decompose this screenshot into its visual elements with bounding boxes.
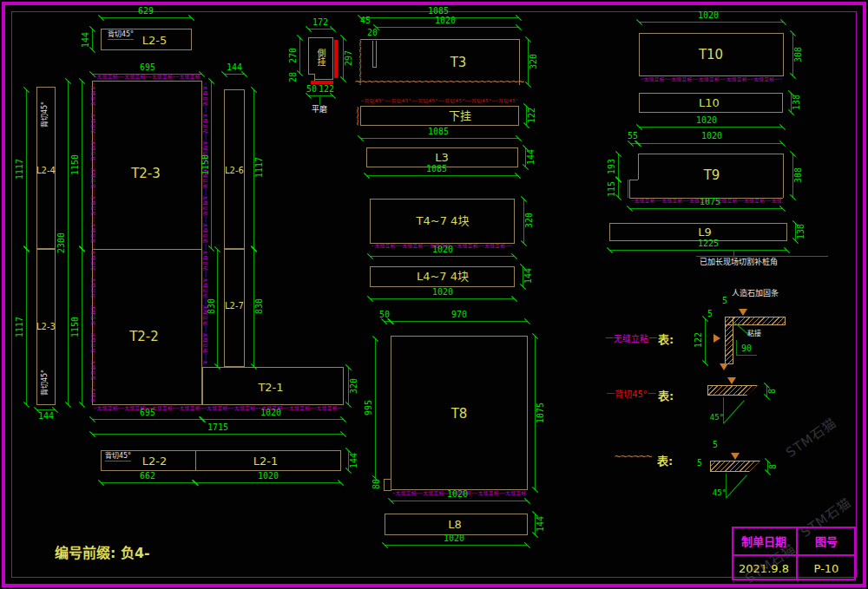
- dim-t2-2-height: 1150: [71, 317, 80, 337]
- dim-line: [224, 74, 245, 75]
- dim-l2-3-length: 1117: [16, 317, 24, 337]
- dim-strip-height: 144: [350, 453, 358, 468]
- angle-line: [736, 340, 737, 355]
- dim-det1-5b: 5: [707, 310, 713, 318]
- dim-cegua-50: 50: [306, 85, 317, 94]
- edge-mark-seamless-left: [628, 180, 628, 198]
- note-extended-cut: 已加长现场切割补桩角: [700, 259, 778, 266]
- dim-l9-138: 138: [797, 224, 806, 239]
- dim-t9-1075: 1075: [700, 198, 720, 206]
- piece-xiagua-outline: [360, 106, 519, 126]
- dim-line: [92, 434, 344, 435]
- piece-t8-flange: [384, 490, 391, 491]
- dim-bottom-1020: 1020: [260, 409, 281, 417]
- edge-mark-zigzag: ~~~~~~~~~~~~~~~~~~~~~~~~~~~~~~~~~~~~~~~~…: [354, 106, 359, 126]
- piece-cegua-notch: [307, 74, 314, 81]
- piece-t3-slot: [372, 67, 377, 68]
- dim-det3-5b: 5: [697, 459, 702, 468]
- dim-l-total-height: 2300: [57, 232, 66, 253]
- piece-t3-slot: [372, 41, 373, 67]
- piece-t8-flange: [384, 479, 391, 480]
- dim-cegua-width: 172: [312, 18, 328, 27]
- dim-det3-5: 5: [713, 441, 718, 449]
- edge-mark-seamless: ─无缝立粘──无缝立粘──无缝立粘──无缝立粘──无缝立粘──无缝立粘──无缝立…: [641, 77, 782, 82]
- dim-line: [609, 250, 787, 251]
- dim-det1-5: 5: [722, 297, 727, 305]
- dim-cegua-270: 270: [289, 48, 298, 63]
- dim-cegua-122: 122: [319, 85, 334, 94]
- titleblock-number-value: P-10: [814, 563, 839, 574]
- dim-bottom-total: 1715: [207, 423, 228, 432]
- dim-line: [82, 249, 82, 405]
- dim-l2-6-width: 144: [227, 63, 242, 72]
- dim-line: [211, 81, 212, 249]
- piece-joint-line: [92, 249, 202, 250]
- dim-strip-width: 144: [38, 412, 54, 421]
- piece-cegua-notch-edge: [314, 74, 315, 81]
- detail-section-horizontal: [725, 317, 786, 325]
- leader-line: [696, 256, 828, 257]
- titleblock-number-label: 图号: [815, 536, 838, 547]
- dim-t10-308: 308: [794, 47, 803, 62]
- dim-line: [705, 318, 706, 363]
- dim-l2-5-height: 144: [82, 32, 90, 48]
- dim-xiagua-122: 122: [528, 108, 536, 123]
- piece-t3-label: T3: [450, 56, 467, 69]
- dim-t8-80: 80: [372, 479, 381, 489]
- dim-l8-1020: 1020: [444, 534, 464, 543]
- dim-t3-1020: 1020: [435, 16, 456, 25]
- dim-line: [82, 81, 82, 249]
- marker-triangle-icon: [731, 453, 740, 460]
- edge-mark-zigzag: ~~~~~~~~~~~~~~~~~~~~~~~~~~~~~~~~~~~~~~~~…: [357, 39, 362, 85]
- dim-line: [92, 29, 93, 50]
- dim-t4-7-320: 320: [525, 213, 534, 228]
- dim-xiagua-1085: 1085: [428, 128, 449, 136]
- dim-t8-1020: 1020: [447, 490, 468, 499]
- marker-triangle-icon: [739, 309, 747, 316]
- leader-line: [733, 250, 734, 256]
- dim-l3-1085: 1085: [426, 165, 447, 173]
- edge-note-backcut: 背切45°: [42, 370, 49, 396]
- edge-mark-seamless: ─无缝立粘──无缝立粘──无缝立粘──无缝立粘──无缝立粘──无缝立粘──无缝立…: [94, 75, 201, 80]
- legend-means-label: 表:: [658, 390, 674, 402]
- dim-line: [26, 249, 27, 405]
- note-bond-label: 粘接: [747, 330, 761, 337]
- dim-t9-55: 55: [628, 132, 638, 141]
- dim-line: [639, 127, 783, 128]
- dim-line: [639, 22, 784, 23]
- dim-l10-1020: 1020: [696, 116, 717, 125]
- dim-line: [101, 482, 195, 483]
- dim-t9-193: 193: [608, 159, 616, 174]
- dim-cegua-28: 28: [289, 72, 298, 82]
- piece-l2-1-label: L2-1: [253, 455, 278, 467]
- edge-mark-backcut: ─背切45°──背切45°──背切45°──背切45°──背切45°──背切45…: [361, 99, 517, 104]
- dim-t8-970: 970: [451, 311, 467, 319]
- dim-t8-1075: 1075: [536, 402, 545, 423]
- dim-line: [68, 81, 69, 405]
- edge-note-backcut: 背切45°: [105, 453, 131, 461]
- dim-t3-45: 45: [360, 16, 371, 25]
- note-pingmo: 平磨: [312, 106, 327, 114]
- piece-l3-label: L3: [435, 152, 449, 163]
- dim-line: [26, 89, 27, 249]
- dim-l2-6-length: 1117: [255, 157, 264, 178]
- dim-l2-2-length: 662: [140, 472, 155, 481]
- dim-l4-7-144: 144: [524, 268, 533, 284]
- cad-drawing-sheet: 629 背切45° L2-5 144 695 144 1117 背切45° L2…: [0, 0, 868, 589]
- piece-l2-2-l2-1-outline: [101, 450, 341, 471]
- piece-t2-vertical-outline: [92, 81, 202, 405]
- dim-t3-320: 320: [529, 54, 538, 69]
- dim-line: [370, 298, 515, 299]
- marker-triangle-icon: [713, 334, 720, 343]
- edge-note-backcut: 背切45°: [108, 31, 134, 40]
- dim-line: [195, 482, 341, 483]
- dim-det1-122: 122: [694, 332, 703, 348]
- piece-l4-7-label: L4~7 4块: [417, 271, 469, 282]
- piece-t9-outline: [783, 154, 784, 198]
- titleblock-date-label: 制单日期: [741, 536, 786, 547]
- legend-backcut-label: 一背切45°一: [606, 390, 656, 399]
- dim-l9-1225: 1225: [698, 239, 719, 248]
- angle-line: [736, 355, 757, 356]
- edge-mark-seamless: ─无缝立粘──无缝立粘──无缝立粘──无缝立粘──无缝立粘──无缝立粘──无缝立…: [91, 82, 96, 402]
- dim-line: [299, 37, 300, 74]
